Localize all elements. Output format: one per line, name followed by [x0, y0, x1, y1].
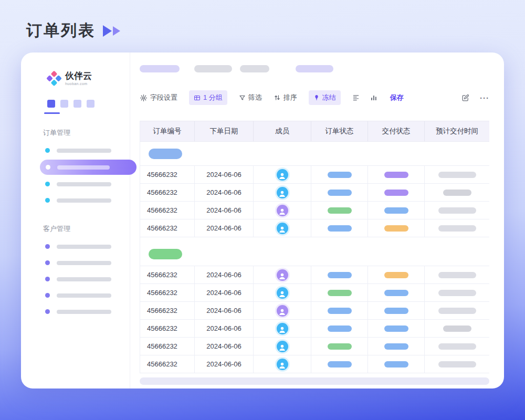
nav-item[interactable] [21, 192, 130, 208]
bar-chart-icon [370, 94, 377, 101]
table-row[interactable]: 456662322024-06-06 [140, 184, 489, 202]
nav-label-skeleton [57, 182, 111, 186]
column-header[interactable]: 成员 [253, 121, 311, 141]
delivery-status-cell [368, 355, 424, 373]
table-row[interactable]: 456662322024-06-06 [140, 302, 489, 320]
edit-button[interactable] [461, 94, 469, 102]
member-avatar [277, 341, 288, 352]
eta-cell [424, 320, 489, 337]
order-status-pill [328, 272, 352, 278]
nav-item[interactable] [21, 287, 130, 303]
eta-skeleton-pill [438, 272, 476, 278]
order-status-cell [311, 338, 368, 355]
workspace-tab-active[interactable] [47, 100, 55, 108]
workspace-tabs [47, 100, 130, 108]
nav-item[interactable] [21, 271, 130, 287]
eta-cell [424, 355, 489, 373]
nav-label-skeleton [57, 310, 111, 314]
table-row[interactable]: 456662322024-06-06 [140, 266, 489, 284]
eta-cell [424, 202, 489, 219]
nav-item[interactable] [21, 303, 130, 320]
table-row[interactable]: 456662322024-06-06 [140, 202, 489, 219]
delivery-status-pill [384, 225, 408, 232]
order-number-cell: 45666232 [140, 184, 194, 201]
group-label-pill [149, 249, 182, 259]
column-header[interactable]: 下单日期 [194, 121, 253, 141]
chart-view-button[interactable] [370, 94, 377, 101]
nav-label-skeleton [57, 261, 111, 265]
field-settings-label: 字段设置 [150, 93, 177, 102]
table-row[interactable]: 456662322024-06-06 [140, 355, 489, 373]
order-status-cell [311, 166, 368, 183]
order-nav-list [21, 142, 130, 208]
member-avatar [277, 305, 288, 317]
order-status-cell [311, 302, 368, 319]
column-header[interactable]: 交付状态 [368, 121, 424, 141]
save-button[interactable]: 保存 [390, 93, 404, 102]
nav-item[interactable] [21, 142, 130, 159]
skeleton-pill [240, 65, 269, 72]
nav-dot [45, 244, 50, 249]
order-date-cell: 2024-06-06 [194, 355, 253, 373]
order-number-cell: 45666232 [140, 355, 194, 373]
delivery-status-pill [384, 308, 408, 314]
nav-label-skeleton [57, 245, 111, 249]
skeleton-pill [140, 65, 180, 72]
column-header[interactable]: 订单编号 [140, 121, 194, 141]
main-content: 字段设置 1 分组 筛选 排序 冻结 [130, 52, 504, 388]
column-header[interactable]: 预计交付时间 [424, 121, 489, 141]
group-header-row[interactable] [140, 142, 489, 166]
delivery-status-pill [384, 290, 408, 296]
delivery-status-pill [384, 326, 408, 332]
order-status-pill [328, 225, 352, 232]
freeze-label: 冻结 [322, 93, 336, 102]
row-height-button[interactable] [352, 94, 360, 101]
horizontal-scrollbar[interactable] [140, 377, 489, 385]
order-number-cell: 45666232 [140, 284, 194, 301]
eta-skeleton-pill [438, 290, 476, 296]
workspace-tab[interactable] [74, 100, 81, 108]
logo-domain: huoban.com [65, 82, 92, 86]
logo: 伙伴云 huoban.com [48, 71, 130, 86]
sort-button[interactable]: 排序 [274, 93, 297, 102]
order-status-cell [311, 219, 368, 237]
nav-item-selected[interactable] [40, 160, 136, 175]
workspace-tab[interactable] [60, 100, 68, 108]
field-settings-button[interactable]: 字段设置 [140, 93, 177, 102]
order-status-pill [328, 326, 352, 332]
nav-dot [46, 165, 50, 170]
section-order-management: 订单管理 [43, 128, 130, 138]
order-status-pill [328, 172, 352, 178]
group-button[interactable]: 1 分组 [189, 90, 227, 105]
nav-item[interactable] [21, 176, 130, 192]
workspace-tab[interactable] [87, 100, 94, 108]
orders-table: 订单编号下单日期成员订单状态交付状态预计交付时间 456662322024-06… [140, 121, 489, 373]
freeze-button[interactable]: 冻结 [309, 90, 341, 105]
table-row[interactable]: 456662322024-06-06 [140, 320, 489, 338]
person-icon [278, 225, 286, 233]
column-header[interactable]: 订单状态 [311, 121, 368, 141]
filter-button[interactable]: 筛选 [239, 93, 262, 102]
order-date-cell: 2024-06-06 [194, 184, 253, 201]
nav-dot [45, 309, 50, 314]
table-row[interactable]: 456662322024-06-06 [140, 284, 489, 302]
member-avatar [277, 269, 288, 281]
nav-item[interactable] [21, 238, 130, 255]
order-status-pill [328, 190, 352, 196]
table-header: 订单编号下单日期成员订单状态交付状态预计交付时间 [140, 121, 489, 142]
order-date-cell: 2024-06-06 [194, 166, 253, 183]
table-row[interactable]: 456662322024-06-06 [140, 166, 489, 184]
group-label-pill [149, 149, 182, 159]
eta-skeleton-pill [438, 207, 476, 214]
table-row[interactable]: 456662322024-06-06 [140, 338, 489, 355]
nav-item[interactable] [21, 255, 130, 271]
more-button[interactable]: ··· [480, 93, 489, 102]
table-group: 456662322024-06-06456662322024-06-064566… [140, 242, 489, 373]
nav-label-skeleton [57, 165, 110, 170]
eta-cell [424, 302, 489, 319]
group-header-row[interactable] [140, 242, 489, 266]
table-row[interactable]: 456662322024-06-06 [140, 219, 489, 237]
eta-cell [424, 266, 489, 284]
nav-dot [45, 277, 50, 281]
person-icon [278, 172, 286, 180]
